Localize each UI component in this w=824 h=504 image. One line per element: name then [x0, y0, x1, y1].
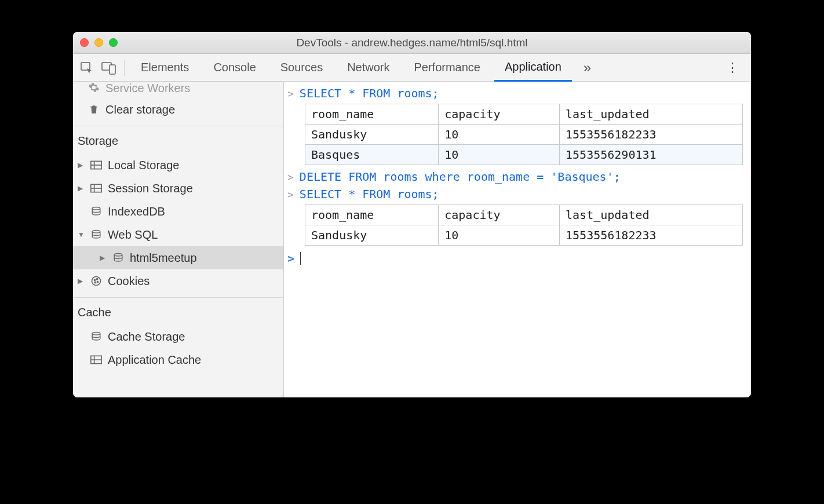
minimize-window-button[interactable]: [94, 38, 103, 47]
trash-icon: [87, 104, 101, 115]
chevron-right-icon: ▶: [78, 161, 87, 169]
svg-point-13: [94, 279, 95, 280]
table-cell: 10: [439, 125, 560, 145]
sql-console[interactable]: > SELECT * FROM rooms; room_name capacit…: [284, 82, 751, 397]
sidebar-item-session-storage[interactable]: ▶ Session Storage: [73, 177, 283, 200]
tab-elements[interactable]: Elements: [130, 54, 199, 82]
close-window-button[interactable]: [80, 38, 89, 47]
table-header: last_updated: [560, 104, 743, 125]
window-titlebar: DevTools - andrew.hedges.name/html5/sql.…: [73, 32, 751, 54]
text-caret: [300, 252, 301, 265]
gear-icon: [87, 82, 101, 93]
sidebar-label: Application Cache: [108, 353, 201, 367]
query-entry: > SELECT * FROM rooms;: [287, 187, 746, 201]
table-header: room_name: [305, 104, 439, 125]
database-icon: [111, 252, 125, 264]
svg-point-16: [97, 282, 98, 283]
chevron-icon: >: [287, 187, 294, 200]
settings-menu-button[interactable]: ⋮: [719, 60, 746, 75]
table-header: capacity: [439, 104, 560, 125]
sidebar-item-application-cache[interactable]: Application Cache: [73, 348, 283, 371]
application-sidebar: Service Workers Clear storage Storage ▶ …: [73, 82, 284, 397]
database-icon: [89, 206, 103, 217]
grid-icon: [89, 184, 103, 193]
table-cell: 10: [439, 145, 560, 165]
traffic-lights: [80, 38, 118, 47]
svg-rect-2: [110, 65, 115, 74]
sidebar-item-cookies[interactable]: ▶ Cookies: [73, 269, 283, 293]
sidebar-label: Service Workers: [105, 82, 190, 95]
svg-point-11: [114, 254, 122, 257]
sql-query-text: DELETE FROM rooms where room_name = 'Bas…: [300, 170, 621, 184]
sidebar-item-service-workers[interactable]: Service Workers: [73, 82, 283, 98]
database-icon: [89, 331, 103, 342]
query-result-table: room_name capacity last_updated Sandusky…: [305, 104, 743, 165]
tabs-overflow-button[interactable]: »: [578, 60, 597, 76]
svg-point-14: [97, 279, 98, 280]
svg-rect-0: [81, 63, 90, 70]
table-cell: 1553556290131: [560, 145, 743, 165]
tab-network[interactable]: Network: [337, 54, 400, 82]
sidebar-label: Cookies: [108, 275, 150, 288]
table-header: room_name: [305, 205, 439, 225]
sidebar-label: Session Storage: [108, 182, 193, 195]
sidebar-section-cache: Cache: [73, 297, 283, 325]
tab-performance[interactable]: Performance: [404, 54, 491, 82]
prompt-chevron-icon: >: [287, 250, 294, 265]
chevron-down-icon: ▼: [78, 231, 87, 239]
sidebar-item-indexeddb[interactable]: IndexedDB: [73, 200, 283, 223]
svg-point-15: [94, 282, 96, 283]
table-header-row: room_name capacity last_updated: [305, 104, 743, 125]
table-row: Sandusky 10 1553556182233: [305, 125, 743, 145]
query-entry: > SELECT * FROM rooms;: [287, 86, 746, 100]
svg-point-10: [92, 231, 100, 233]
sidebar-section-storage: Storage: [73, 126, 283, 154]
sidebar-label: IndexedDB: [108, 205, 165, 218]
table-cell: Basques: [305, 145, 439, 165]
toolbar-separator: [124, 60, 125, 76]
svg-point-12: [92, 277, 101, 286]
chevron-icon: >: [287, 170, 294, 183]
devtools-toolbar: Elements Console Sources Network Perform…: [73, 54, 751, 82]
table-row: Basques 10 1553556290131: [305, 145, 743, 165]
sql-query-text: SELECT * FROM rooms;: [300, 86, 439, 100]
grid-icon: [89, 160, 103, 170]
table-cell: 1553556182233: [560, 125, 743, 145]
tab-sources[interactable]: Sources: [270, 54, 333, 82]
grid-icon: [89, 355, 103, 364]
toggle-device-icon[interactable]: [100, 59, 118, 77]
tab-application[interactable]: Application: [494, 54, 572, 82]
table-cell: Sandusky: [305, 125, 439, 145]
query-entry: > DELETE FROM rooms where room_name = 'B…: [287, 170, 746, 184]
svg-point-9: [92, 207, 100, 210]
sidebar-item-cache-storage[interactable]: Cache Storage: [73, 325, 283, 348]
table-header: capacity: [439, 205, 560, 225]
window-title: DevTools - andrew.hedges.name/html5/sql.…: [73, 36, 751, 49]
table-cell: 1553556182233: [560, 225, 743, 246]
sidebar-label: Cache Storage: [108, 330, 185, 344]
sql-prompt[interactable]: >: [287, 250, 746, 265]
sidebar-label: Local Storage: [108, 159, 179, 172]
chevron-right-icon: ▶: [100, 254, 109, 262]
sql-query-text: SELECT * FROM rooms;: [300, 187, 439, 201]
chevron-right-icon: ▶: [78, 184, 87, 192]
sidebar-item-clear-storage[interactable]: Clear storage: [73, 98, 283, 121]
devtools-window: DevTools - andrew.hedges.name/html5/sql.…: [73, 32, 751, 397]
table-row: Sandusky 10 1553556182233: [305, 225, 743, 246]
sidebar-item-database-html5meetup[interactable]: ▶ html5meetup: [73, 246, 283, 269]
table-header: last_updated: [560, 205, 743, 225]
sidebar-item-local-storage[interactable]: ▶ Local Storage: [73, 154, 283, 177]
cookie-icon: [89, 275, 103, 287]
svg-point-17: [92, 333, 100, 335]
table-cell: Sandusky: [305, 225, 439, 246]
sidebar-label: Clear storage: [105, 103, 175, 116]
table-cell: 10: [439, 225, 560, 246]
inspect-element-icon[interactable]: [78, 59, 96, 77]
sidebar-item-websql[interactable]: ▼ Web SQL: [73, 223, 283, 246]
chevron-icon: >: [287, 86, 294, 100]
query-result-table: room_name capacity last_updated Sandusky…: [305, 204, 743, 246]
sidebar-label: html5meetup: [130, 251, 197, 265]
maximize-window-button[interactable]: [109, 38, 118, 47]
sql-input[interactable]: [300, 250, 301, 265]
tab-console[interactable]: Console: [203, 54, 266, 82]
